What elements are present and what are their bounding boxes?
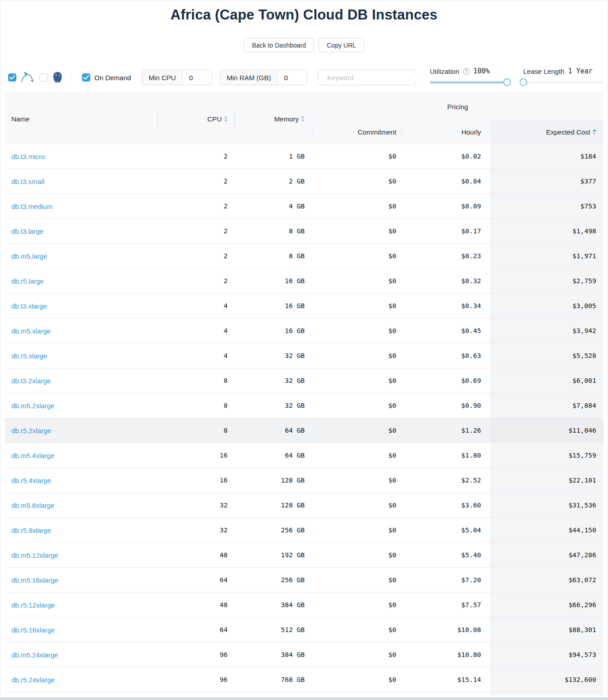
commitment-cell: $0 xyxy=(312,493,402,517)
instance-name-link[interactable]: db.r5.12xlarge xyxy=(11,601,55,609)
back-to-dashboard-button[interactable]: Back to Dashboard xyxy=(244,38,314,52)
instance-name-link[interactable]: db.t3.medium xyxy=(11,203,53,210)
utilization-slider[interactable] xyxy=(430,78,507,86)
table-row[interactable]: db.t3.medium 2 4 GB $0 $0.09 $753 xyxy=(5,194,603,219)
table-row[interactable]: db.r5.large 2 16 GB $0 $0.32 $2,759 xyxy=(5,269,603,294)
hourly-cell: $15.14 xyxy=(402,667,490,692)
table-row[interactable]: db.t3.small 2 2 GB $0 $0.04 $377 xyxy=(5,169,603,194)
slider-handle[interactable] xyxy=(503,78,511,86)
column-header-cpu[interactable]: CPU xyxy=(158,93,235,144)
commitment-cell: $0 xyxy=(312,443,402,468)
mysql-icon xyxy=(20,71,34,84)
table-row[interactable]: db.t3.xlarge 4 16 GB $0 $0.34 $3,005 xyxy=(5,294,603,319)
memory-cell: 32 GB xyxy=(235,343,312,368)
table-row[interactable]: db.m5.8xlarge 32 128 GB $0 $3.60 $31,536 xyxy=(5,493,603,518)
lease-length-slider[interactable] xyxy=(523,78,603,86)
memory-cell: 192 GB xyxy=(235,543,312,567)
table-row[interactable]: db.m5.12xlarge 48 192 GB $0 $5.40 $47,28… xyxy=(5,543,603,568)
min-cpu-label: Min CPU xyxy=(142,70,183,85)
instance-name-link[interactable]: db.m5.8xlarge xyxy=(11,502,54,509)
instance-name-link[interactable]: db.r5.2xlarge xyxy=(11,427,51,434)
instance-name-link[interactable]: db.r5.16xlarge xyxy=(11,626,55,634)
instance-name-link[interactable]: db.t3.xlarge xyxy=(11,302,47,310)
table-row[interactable]: db.m5.4xlarge 16 64 GB $0 $1.80 $15,759 xyxy=(5,443,603,468)
hourly-cell: $0.09 xyxy=(402,194,490,218)
commitment-cell: $0 xyxy=(312,518,402,542)
instance-name-link[interactable]: db.m5.24xlarge xyxy=(11,651,58,659)
table-row[interactable]: db.t3.micro 2 1 GB $0 $0.02 $184 xyxy=(5,144,603,169)
expected-cost-cell: $132,600 xyxy=(490,667,603,692)
cpu-cell: 16 xyxy=(158,443,235,468)
expected-cost-cell: $31,536 xyxy=(490,493,603,517)
cpu-cell: 4 xyxy=(158,343,235,368)
keyword-input[interactable] xyxy=(327,74,417,82)
instance-name-link[interactable]: db.r5.4xlarge xyxy=(11,477,51,484)
expected-cost-cell: $753 xyxy=(490,194,603,218)
instances-table: Name CPU Memory Pricing Commitment Hourl… xyxy=(5,93,603,695)
on-demand-checkbox[interactable] xyxy=(82,73,90,82)
commitment-cell: $0 xyxy=(312,468,402,492)
utilization-label: Utilization xyxy=(430,68,459,75)
commitment-cell: $0 xyxy=(312,418,402,443)
memory-cell: 64 GB xyxy=(235,418,312,443)
postgresql-checkbox[interactable] xyxy=(39,73,48,82)
table-row[interactable]: db.t3.2xlarge 8 32 GB $0 $0.69 $6,001 xyxy=(5,368,603,393)
table-row[interactable]: db.r5.12xlarge 48 384 GB $0 $7.57 $66,29… xyxy=(5,593,603,618)
table-row[interactable]: db.m5.large 2 8 GB $0 $0.23 $1,971 xyxy=(5,244,603,269)
memory-cell: 384 GB xyxy=(235,593,312,617)
slider-handle[interactable] xyxy=(520,78,527,86)
expected-cost-cell: $22,101 xyxy=(490,468,603,492)
instance-name-link[interactable]: db.t3.large xyxy=(11,227,44,235)
instance-name-link[interactable]: db.r5.24xlarge xyxy=(11,676,55,684)
cpu-cell: 2 xyxy=(158,269,235,293)
expected-cost-header-label: Expected Cost xyxy=(546,128,590,136)
min-ram-label: Min RAM (GB) xyxy=(220,70,278,85)
hourly-cell: $0.17 xyxy=(402,219,490,243)
hourly-cell: $0.63 xyxy=(402,343,490,368)
instance-name-link[interactable]: db.m5.16xlarge xyxy=(11,576,58,584)
instance-name-link[interactable]: db.r5.large xyxy=(11,277,44,285)
table-row[interactable]: db.r5.24xlarge 96 768 GB $0 $15.14 $132,… xyxy=(5,667,603,692)
commitment-cell: $0 xyxy=(312,568,402,592)
table-row[interactable]: db.r5.16xlarge 64 512 GB $0 $10.08 $88,3… xyxy=(5,618,603,642)
instance-name-link[interactable]: db.r5.xlarge xyxy=(11,352,47,360)
table-row[interactable]: db.r5.xlarge 4 32 GB $0 $0.63 $5,528 xyxy=(5,343,603,368)
instance-name-link[interactable]: db.m5.2xlarge xyxy=(11,402,54,410)
instance-name-link[interactable]: db.m5.12xlarge xyxy=(11,551,58,559)
instance-name-link[interactable]: db.t3.2xlarge xyxy=(11,377,51,385)
help-icon[interactable]: ? xyxy=(463,68,470,75)
column-header-memory[interactable]: Memory xyxy=(235,93,312,144)
slider-track[interactable] xyxy=(523,82,603,83)
column-header-expected-cost[interactable]: Expected Cost xyxy=(490,120,603,144)
hourly-cell: $0.34 xyxy=(402,294,490,318)
copy-url-button[interactable]: Copy URL xyxy=(319,38,365,52)
expected-cost-cell: $1,498 xyxy=(490,219,603,243)
instance-name-link[interactable]: db.m5.xlarge xyxy=(11,327,51,335)
expected-cost-cell: $7,884 xyxy=(490,393,603,418)
table-row[interactable]: db.m5.24xlarge 96 384 GB $0 $10.80 $94,5… xyxy=(5,642,603,667)
table-row[interactable]: db.t3.large 2 8 GB $0 $0.17 $1,498 xyxy=(5,219,603,244)
instance-name-link[interactable]: db.r5.8xlarge xyxy=(11,526,51,534)
instance-name-link[interactable]: db.t3.small xyxy=(11,178,44,185)
table-row[interactable]: db.m5.xlarge 4 16 GB $0 $0.45 $3,942 xyxy=(5,319,603,343)
instance-name-link[interactable]: db.m5.large xyxy=(11,252,47,260)
mysql-checkbox[interactable] xyxy=(8,73,16,82)
min-ram-input[interactable] xyxy=(277,70,306,85)
expected-cost-cell: $11,046 xyxy=(490,418,603,443)
table-row[interactable]: db.r5.4xlarge 16 128 GB $0 $2.52 $22,101 xyxy=(5,468,603,493)
instance-name-link[interactable]: db.t3.micro xyxy=(11,153,45,160)
table-row[interactable]: db.r5.8xlarge 32 256 GB $0 $5.04 $44,150 xyxy=(5,518,603,543)
table-row[interactable]: db.r5.2xlarge 8 64 GB $0 $1.26 $11,046 xyxy=(5,418,603,443)
cpu-cell: 2 xyxy=(158,244,235,268)
memory-cell: 16 GB xyxy=(235,319,312,343)
table-body: db.t3.micro 2 1 GB $0 $0.02 $184 db.t3.s… xyxy=(5,144,603,692)
hourly-cell: $0.69 xyxy=(402,368,490,393)
table-row[interactable]: db.m5.16xlarge 64 256 GB $0 $7.20 $63,07… xyxy=(5,568,603,593)
instance-name-link[interactable]: db.m5.4xlarge xyxy=(11,452,54,459)
expected-cost-cell: $377 xyxy=(490,169,603,193)
memory-cell: 128 GB xyxy=(235,493,312,517)
slider-fill xyxy=(430,82,507,83)
min-cpu-input[interactable] xyxy=(183,70,212,85)
memory-cell: 256 GB xyxy=(235,568,312,592)
table-row[interactable]: db.m5.2xlarge 8 32 GB $0 $0.90 $7,884 xyxy=(5,393,603,418)
